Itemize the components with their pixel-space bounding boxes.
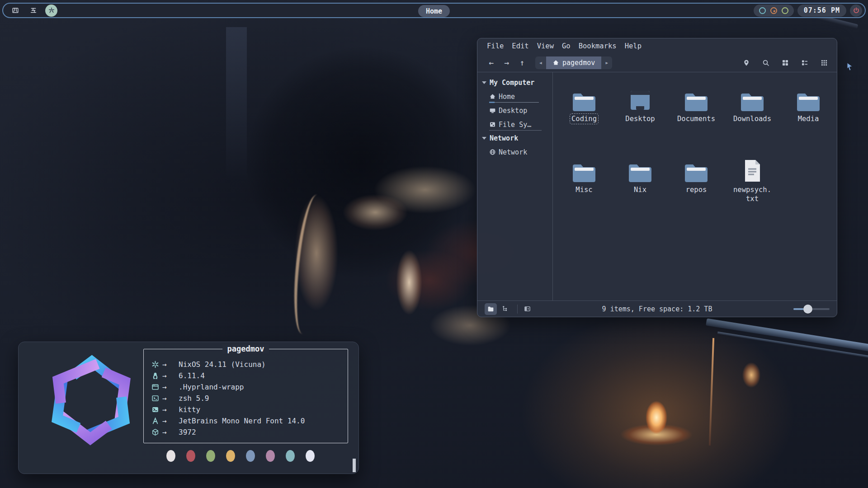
palette-dot: [266, 450, 275, 462]
file-item-nix[interactable]: Nix: [612, 157, 668, 228]
terminal-cursor: [353, 459, 356, 472]
desktop: Home 07:56 PM File Edit: [0, 0, 868, 488]
power-button[interactable]: [850, 5, 862, 17]
search-button[interactable]: [762, 59, 769, 66]
home-icon: [489, 93, 496, 100]
menu-go[interactable]: Go: [558, 42, 575, 50]
folder-icon: [627, 161, 653, 183]
text-file-icon: [743, 159, 762, 183]
fetch-row-kernel: → 6.11.4: [144, 370, 348, 381]
folder-icon: [571, 90, 597, 112]
toolbar: ← → ↑ ◀ pagedmov ▶: [477, 53, 837, 72]
folder-icon: [684, 90, 709, 112]
file-item-coding[interactable]: Coding: [556, 86, 612, 157]
places-sidebar: My Computer Home Desktop: [477, 72, 553, 300]
file-item-desktop[interactable]: Desktop: [612, 86, 668, 157]
places-pane-button[interactable]: [485, 303, 497, 315]
list-view-button[interactable]: [801, 59, 808, 66]
sidebar-item-network[interactable]: Network: [489, 145, 543, 159]
fetch-arrow: →: [162, 405, 179, 414]
terminal-icon: [151, 406, 159, 413]
teal-ring-indicator[interactable]: [759, 7, 766, 14]
wallpaper-streak: [226, 27, 247, 181]
sidebar-item-home[interactable]: Home: [489, 89, 543, 103]
palette-dot: [246, 450, 255, 462]
menu-view[interactable]: View: [533, 42, 558, 50]
compact-view-button[interactable]: [821, 59, 828, 66]
workspace-5-icon: [30, 7, 37, 14]
path-next-button[interactable]: ▶: [601, 56, 612, 69]
tree-pane-icon: [502, 305, 509, 312]
sidebar-section-my-computer[interactable]: My Computer: [482, 76, 552, 89]
workspace-5[interactable]: [27, 5, 39, 17]
side-panel-toggle-button[interactable]: [521, 303, 533, 315]
orange-pie-indicator[interactable]: [770, 7, 777, 14]
file-item-media[interactable]: Media: [780, 86, 836, 157]
status-indicators[interactable]: [754, 5, 794, 17]
menu-file[interactable]: File: [483, 42, 508, 50]
workspace-6[interactable]: [45, 5, 57, 17]
fetch-terminal-value: kitty: [179, 405, 200, 414]
file-manager-window: File Edit View Go Bookmarks Help ← → ↑ ◀…: [477, 38, 837, 317]
menu-bookmarks[interactable]: Bookmarks: [575, 42, 621, 50]
fetch-arrow: →: [162, 394, 179, 403]
fetch-row-terminal: → kitty: [144, 404, 348, 415]
linux-icon: [151, 372, 159, 380]
menu-edit[interactable]: Edit: [508, 42, 533, 50]
path-current-label: pagedmov: [562, 59, 595, 67]
workspace-4[interactable]: [9, 5, 21, 17]
file-item-misc[interactable]: Misc: [556, 157, 612, 228]
zoom-slider-knob[interactable]: [803, 305, 812, 314]
section-label: Network: [490, 134, 518, 142]
fetch-row-packages: → 3972: [144, 427, 348, 438]
fetch-row-font: → JetBrains Mono Nerd Font 14.0: [144, 415, 348, 427]
section-label: My Computer: [490, 79, 534, 87]
fetch-row-os: → NixOS 24.11 (Vicuna): [144, 359, 348, 370]
zoom-slider[interactable]: [793, 303, 830, 315]
sidebar-item-desktop[interactable]: Desktop: [489, 103, 543, 117]
path-prev-button[interactable]: ◀: [535, 56, 546, 69]
folder-icon: [740, 90, 765, 112]
status-summary: 9 items, Free space: 1.2 TB: [602, 305, 712, 313]
globe-icon: [489, 149, 496, 155]
fetch-os-value: NixOS 24.11 (Vicuna): [179, 360, 266, 369]
folder-icon: [796, 90, 821, 112]
desktop-folder-icon: [630, 90, 651, 112]
up-button[interactable]: ↑: [514, 58, 530, 67]
expander-icon[interactable]: [482, 137, 486, 140]
file-system-icon: [489, 121, 496, 128]
wallpaper-hair-strand: [289, 193, 330, 336]
sidebar-item-label: Home: [499, 93, 515, 101]
fetch-wm-value: .Hyprland-wrapp: [179, 383, 244, 391]
expander-icon[interactable]: [482, 81, 486, 84]
fetch-arrow: →: [162, 360, 179, 369]
file-item-newpsych-txt[interactable]: newpsych.txt: [724, 157, 780, 228]
fetch-hostname: pagedmov: [222, 344, 269, 353]
icon-view-button[interactable]: [782, 59, 789, 66]
path-current-tab[interactable]: pagedmov: [546, 56, 601, 69]
home-icon: [552, 59, 559, 66]
palette-dot: [206, 450, 215, 462]
fetch-packages-value: 3972: [179, 428, 196, 436]
sidebar-item-file-system[interactable]: File Sy…: [489, 117, 543, 131]
sidebar-section-network[interactable]: Network: [482, 131, 552, 145]
file-label: Desktop: [625, 114, 655, 123]
file-label: Documents: [677, 114, 715, 123]
file-label: Downloads: [733, 114, 771, 123]
menu-help[interactable]: Help: [621, 42, 646, 50]
file-item-downloads[interactable]: Downloads: [724, 86, 780, 157]
clock[interactable]: 07:56 PM: [797, 5, 846, 17]
top-bar: Home 07:56 PM: [2, 3, 866, 18]
active-window-title[interactable]: Home: [418, 5, 450, 17]
file-label: Nix: [634, 185, 646, 194]
fetch-info-box: pagedmov → NixOS 24.11 (Vicuna) → 6.11.4: [143, 349, 348, 443]
back-button[interactable]: ←: [484, 58, 499, 67]
top-bar-modules: 07:56 PM: [754, 5, 865, 17]
location-pin-button[interactable]: [743, 59, 750, 66]
green-ring-indicator[interactable]: [782, 7, 788, 14]
file-item-documents[interactable]: Documents: [668, 86, 724, 157]
tree-pane-button[interactable]: [499, 303, 511, 315]
forward-button[interactable]: →: [499, 58, 514, 67]
file-item-repos[interactable]: repos: [668, 157, 724, 228]
folder-pane-icon: [487, 305, 494, 312]
